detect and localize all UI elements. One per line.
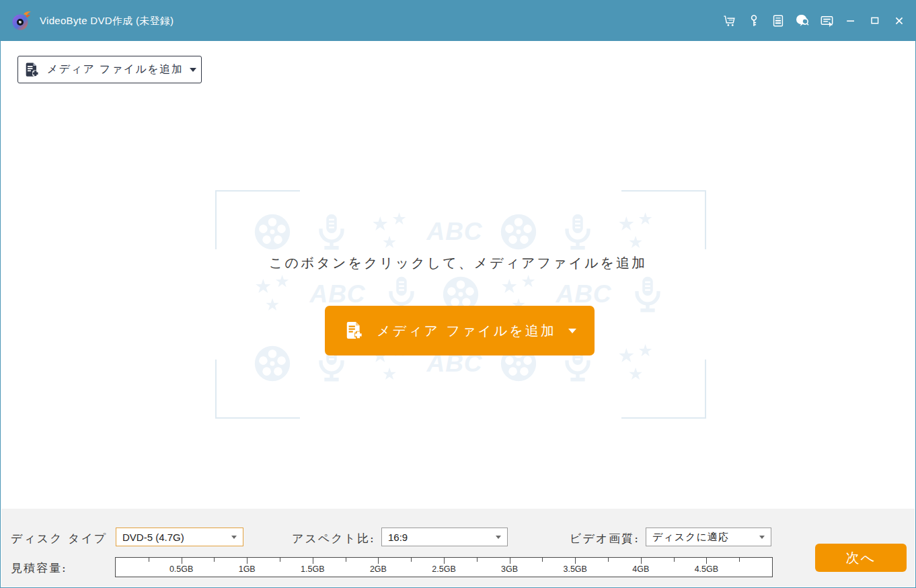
dropzone-corner-bottom-left <box>215 360 300 419</box>
add-media-main-button[interactable]: メディア ファイルを追加 <box>325 306 595 355</box>
app-logo-icon <box>10 9 33 32</box>
bottom-bar: ディスク タイプ DVD-5 (4.7G) アスペクト比: 16:9 ビデオ画質… <box>1 509 915 587</box>
film-watermark-icon <box>498 211 539 253</box>
chevron-down-icon <box>759 536 765 539</box>
feedback-icon[interactable] <box>794 13 810 29</box>
aspect-ratio-value: 16:9 <box>388 532 408 543</box>
meter-tick <box>739 558 740 562</box>
meter-tick <box>280 558 280 562</box>
add-media-main-label: メディア ファイルを追加 <box>377 322 556 340</box>
meter-tick <box>641 558 642 564</box>
meter-tick-label: 2.5GB <box>432 564 455 574</box>
meter-tick <box>706 558 707 564</box>
maximize-button[interactable] <box>867 13 883 29</box>
mic-watermark-icon <box>627 274 669 315</box>
meter-tick-label: 2GB <box>370 564 387 574</box>
meter-tick-label: 3.5GB <box>563 564 586 574</box>
capacity-label: 見積容量: <box>11 560 67 576</box>
mic-watermark-icon <box>557 211 599 253</box>
license-icon[interactable] <box>770 13 786 29</box>
capacity-meter: 0.5GB1GB1.5GB2GB2.5GB3GB3.5GB4GB4.5GB <box>115 557 773 577</box>
titlebar: VideoByte DVD作成 (未登録) <box>1 1 915 41</box>
meter-tick <box>444 558 445 564</box>
add-media-toolbar-button[interactable]: メディア ファイルを追加 <box>17 56 202 83</box>
meter-tick <box>346 558 346 562</box>
abc-watermark-text: ABC <box>429 211 480 253</box>
add-file-icon <box>343 320 365 341</box>
aspect-ratio-label: アスペクト比: <box>292 531 375 546</box>
app-window: VideoByte DVD作成 (未登録) <box>0 0 916 588</box>
meter-tick <box>477 558 478 562</box>
disc-type-label: ディスク タイプ <box>11 531 107 546</box>
meter-tick <box>542 558 543 562</box>
chevron-down-icon <box>190 68 196 72</box>
meter-tick <box>510 558 510 564</box>
video-quality-label: ビデオ画質: <box>570 531 640 546</box>
stars-watermark-icon <box>253 274 295 315</box>
cart-icon[interactable] <box>722 13 738 29</box>
dropzone-corner-bottom-right <box>621 360 706 419</box>
dropzone-corner-top-right <box>621 190 706 249</box>
meter-tick-label: 1.5GB <box>301 564 324 574</box>
meter-tick <box>149 558 149 562</box>
add-media-toolbar-label: メディア ファイルを追加 <box>47 62 183 77</box>
meter-tick <box>608 558 609 562</box>
meter-tick <box>182 558 182 564</box>
chevron-down-icon <box>568 329 576 333</box>
meter-tick <box>674 558 675 562</box>
dropzone-hint: このボタンをクリックして、メディアファイルを追加 <box>1 254 915 272</box>
meter-tick-label: 4GB <box>632 564 649 574</box>
meter-tick <box>247 558 247 564</box>
stars-watermark-icon <box>370 211 412 253</box>
add-file-icon <box>23 61 40 79</box>
meter-tick <box>378 558 379 564</box>
watermark-row: ABC <box>252 211 658 253</box>
mic-watermark-icon <box>311 211 352 253</box>
video-quality-value: ディスクに適応 <box>652 531 729 544</box>
chevron-down-icon <box>496 536 501 539</box>
meter-tick <box>313 558 313 564</box>
chevron-down-icon <box>231 536 237 539</box>
meter-tick <box>575 558 576 564</box>
disc-type-select[interactable]: DVD-5 (4.7G) <box>116 528 243 546</box>
meter-tick-label: 4.5GB <box>695 564 718 574</box>
meter-tick-label: 0.5GB <box>169 564 193 574</box>
watermark-grid: ABC ABC ABC ABC <box>1 41 915 510</box>
menu-icon[interactable] <box>818 13 835 29</box>
main-area: メディア ファイルを追加 ABC ABC <box>1 41 915 510</box>
meter-tick-label: 1GB <box>239 564 256 574</box>
window-title: VideoByte DVD作成 (未登録) <box>40 15 174 28</box>
aspect-ratio-select[interactable]: 16:9 <box>381 528 508 546</box>
meter-tick <box>411 558 412 562</box>
disc-type-value: DVD-5 (4.7G) <box>122 532 184 543</box>
meter-tick-label: 3GB <box>501 564 518 574</box>
minimize-button[interactable] <box>843 13 859 29</box>
close-button[interactable] <box>891 13 907 29</box>
dropzone-corner-top-left <box>215 190 300 249</box>
meter-tick <box>214 558 215 562</box>
video-quality-select[interactable]: ディスクに適応 <box>646 528 771 546</box>
next-button[interactable]: 次へ <box>815 544 907 572</box>
key-icon[interactable] <box>746 13 762 29</box>
